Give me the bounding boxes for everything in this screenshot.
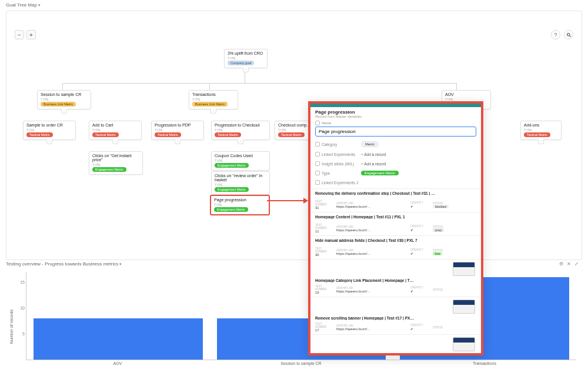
tree-node-addons[interactable]: Add-ons TYPE Tactical Metric ˄	[520, 121, 562, 140]
category-label: Category	[315, 142, 361, 147]
expand-icon[interactable]: ˄	[175, 139, 181, 144]
expand-icon[interactable]: ⤢	[574, 261, 579, 267]
arrow-head-icon	[303, 198, 308, 204]
expand-icon[interactable]: ˄	[538, 139, 544, 144]
experiment-row[interactable]: Removing the delivery confirmation step …	[310, 188, 481, 212]
category-value[interactable]: Metric	[361, 141, 476, 147]
linked-exp-add[interactable]: Add a record	[361, 152, 476, 157]
experiment-row[interactable]: Coupon Code Visibility | Cart | Test #18…	[310, 334, 481, 353]
thumbnail	[453, 300, 475, 314]
tree-node-sample-order[interactable]: Sample to order CR TYPE Tactical Metric …	[23, 121, 76, 140]
chevron-down-icon: ▾	[119, 262, 122, 267]
expand-icon[interactable]: ˅	[61, 109, 67, 114]
detail-title: Page progression	[315, 109, 476, 115]
thumbnail	[453, 337, 475, 351]
name-label: Name	[315, 121, 476, 125]
tree-node-prog-pdp[interactable]: Progression to PDP TYPE Tactical Metric …	[151, 121, 204, 140]
chart-title[interactable]: Testing overview - Progress towards Busi…	[6, 261, 582, 267]
experiment-title: Homepage Content | Homepage | Test #11 |…	[315, 215, 476, 219]
experiment-title: Hide manual address fields | Checkout | …	[315, 238, 476, 242]
bar	[34, 318, 203, 360]
experiment-title: Remove scrolling banner | Homepage | Tes…	[315, 316, 476, 320]
y-tick-label: 15	[19, 280, 25, 284]
node-badge: Company goal	[228, 61, 254, 65]
node-type-label: TYPE	[228, 56, 264, 60]
tree-node-session-cr[interactable]: Session to sample CR TYPE Business Unit …	[37, 90, 91, 109]
thumbnail	[453, 262, 475, 276]
bar-chart	[26, 272, 576, 360]
insight-label: Insight slides (WIL)	[315, 161, 361, 166]
insight-add[interactable]: Add a record	[361, 162, 476, 166]
experiment-row[interactable]: Homepage Category Link Placement | Homep…	[310, 259, 481, 297]
x-tick-label: Session to sample CR	[209, 361, 393, 365]
tree-panel: − + ? 3% uplift from CRO TYPE Company go…	[6, 11, 582, 260]
expand-icon[interactable]: ˄	[211, 109, 216, 114]
tree-node-prog-checkout[interactable]: Progression to Checkout TYPE Tactical Me…	[211, 121, 270, 140]
arrow-icon	[267, 200, 303, 201]
chevron-down-icon: ▾	[38, 3, 41, 8]
x-tick-label: Transactions	[393, 361, 576, 365]
experiment-row[interactable]: Homepage Content | Homepage | Test #11 |…	[310, 212, 481, 235]
tree-node-transactions[interactable]: Transactions TYPE Business Unit Metric ˄	[189, 90, 238, 109]
experiment-list: Removing the delivery confirmation step …	[310, 187, 481, 353]
tree-node-coupon-codes[interactable]: Coupon Codes Used TYPE Engagement Metric	[211, 151, 270, 171]
type-label: Type	[315, 171, 361, 175]
name-input[interactable]	[315, 127, 476, 137]
y-tick-label: 5	[19, 332, 25, 336]
chart-panel: Testing overview - Progress towards Busi…	[6, 261, 582, 373]
x-tick-label: AOV	[26, 361, 209, 365]
tree-node-root[interactable]: 3% uplift from CRO TYPE Company goal ˄	[224, 49, 268, 68]
experiment-row[interactable]: Hide manual address fields | Checkout | …	[310, 235, 481, 259]
tree-node-add-to-cart[interactable]: Add to Cart TYPE Tactical Metric ˅	[89, 121, 142, 140]
gear-icon[interactable]: ⚙	[559, 261, 563, 267]
type-value[interactable]: Engagement Metric	[361, 171, 476, 175]
linked-exp-label: Linked Experiments	[315, 152, 361, 157]
linked-exp2-label: Linked Experiments 2	[315, 180, 361, 185]
expand-icon[interactable]: ˅	[112, 139, 118, 144]
expand-icon[interactable]: ˄	[243, 68, 249, 72]
goal-tree-title[interactable]: Goal Tree Map▾	[6, 2, 41, 8]
detail-panel: Page progression Record from Master Vari…	[308, 101, 483, 355]
tree-node-get-instant[interactable]: Clicks on "Get instant price" TYPE Engag…	[89, 151, 143, 175]
close-icon[interactable]: ✕	[567, 261, 571, 267]
tree-node-page-progression[interactable]: Page progression TYPE Engagement Metric	[210, 195, 270, 215]
node-title: 3% uplift from CRO	[228, 51, 264, 55]
experiment-title: Homepage Category Link Placement | Homep…	[315, 278, 476, 282]
experiment-title: Removing the delivery confirmation step …	[315, 191, 476, 195]
experiment-row[interactable]: Remove scrolling banner | Homepage | Tes…	[310, 297, 481, 334]
expand-icon[interactable]: ˄	[46, 139, 52, 144]
expand-icon[interactable]: ˅	[238, 139, 243, 144]
y-tick-label: 10	[19, 306, 25, 310]
tree-node-review-order[interactable]: Clicks on "review order" in basket TYPE …	[211, 171, 270, 195]
y-axis-label: Number of records	[9, 310, 14, 344]
